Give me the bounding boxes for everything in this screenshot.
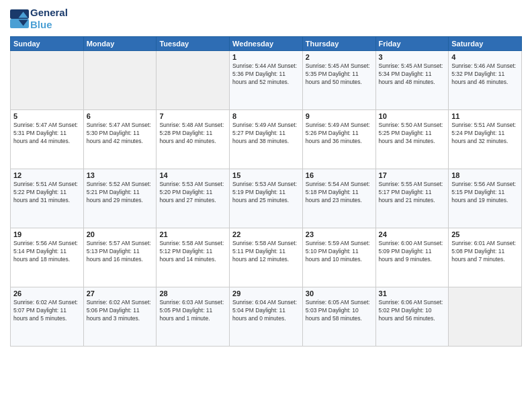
calendar-cell: 23Sunrise: 5:59 AM Sunset: 5:10 PM Dayli…: [302, 228, 375, 287]
weekday-header-tuesday: Tuesday: [157, 37, 230, 51]
calendar-cell: 2Sunrise: 5:45 AM Sunset: 5:35 PM Daylig…: [302, 51, 375, 110]
day-info: Sunrise: 5:50 AM Sunset: 5:25 PM Dayligh…: [379, 122, 446, 146]
logo-icon: [10, 9, 29, 28]
day-info: Sunrise: 5:51 AM Sunset: 5:24 PM Dayligh…: [451, 122, 519, 146]
day-info: Sunrise: 5:44 AM Sunset: 5:36 PM Dayligh…: [232, 62, 300, 87]
day-info: Sunrise: 5:58 AM Sunset: 5:12 PM Dayligh…: [159, 240, 226, 264]
day-info: Sunrise: 5:56 AM Sunset: 5:14 PM Dayligh…: [13, 240, 81, 264]
day-number: 5: [13, 112, 81, 120]
day-number: 23: [306, 230, 373, 238]
calendar-cell: 5Sunrise: 5:47 AM Sunset: 5:31 PM Daylig…: [11, 110, 84, 169]
calendar-cell: 18Sunrise: 5:56 AM Sunset: 5:15 PM Dayli…: [449, 169, 522, 228]
day-number: 11: [451, 112, 519, 120]
calendar-cell: 8Sunrise: 5:49 AM Sunset: 5:27 PM Daylig…: [230, 110, 303, 169]
day-info: Sunrise: 5:54 AM Sunset: 5:18 PM Dayligh…: [306, 181, 373, 205]
calendar-cell: [157, 51, 230, 110]
calendar-cell: 27Sunrise: 6:02 AM Sunset: 5:06 PM Dayli…: [83, 287, 157, 347]
day-number: 24: [379, 230, 446, 238]
calendar-cell: 10Sunrise: 5:50 AM Sunset: 5:25 PM Dayli…: [375, 110, 449, 169]
day-number: 31: [379, 289, 446, 298]
day-info: Sunrise: 6:05 AM Sunset: 5:03 PM Dayligh…: [306, 299, 373, 323]
page: General Blue SundayMondayTuesdayWednesda…: [0, 0, 532, 411]
weekday-header-friday: Friday: [375, 37, 449, 51]
day-info: Sunrise: 5:46 AM Sunset: 5:32 PM Dayligh…: [451, 62, 519, 87]
header: General Blue: [10, 7, 522, 31]
day-info: Sunrise: 5:45 AM Sunset: 5:35 PM Dayligh…: [306, 62, 373, 87]
calendar-cell: 3Sunrise: 5:45 AM Sunset: 5:34 PM Daylig…: [375, 51, 449, 110]
day-number: 15: [232, 171, 300, 179]
day-info: Sunrise: 6:03 AM Sunset: 5:05 PM Dayligh…: [159, 299, 226, 323]
day-number: 19: [13, 230, 81, 238]
calendar-cell: [83, 51, 157, 110]
calendar-cell: 17Sunrise: 5:55 AM Sunset: 5:17 PM Dayli…: [375, 169, 449, 228]
day-info: Sunrise: 6:01 AM Sunset: 5:08 PM Dayligh…: [451, 240, 519, 264]
day-info: Sunrise: 5:55 AM Sunset: 5:17 PM Dayligh…: [379, 181, 446, 205]
day-info: Sunrise: 5:53 AM Sunset: 5:20 PM Dayligh…: [159, 181, 226, 205]
calendar-week-row: 1Sunrise: 5:44 AM Sunset: 5:36 PM Daylig…: [11, 51, 522, 110]
calendar-cell: 16Sunrise: 5:54 AM Sunset: 5:18 PM Dayli…: [302, 169, 375, 228]
day-number: 4: [451, 53, 519, 61]
calendar-cell: 26Sunrise: 6:02 AM Sunset: 5:07 PM Dayli…: [11, 287, 84, 347]
calendar-cell: [449, 287, 522, 347]
day-info: Sunrise: 5:49 AM Sunset: 5:26 PM Dayligh…: [306, 122, 373, 146]
calendar-cell: 1Sunrise: 5:44 AM Sunset: 5:36 PM Daylig…: [230, 51, 303, 110]
day-info: Sunrise: 5:53 AM Sunset: 5:19 PM Dayligh…: [232, 181, 300, 205]
weekday-header-monday: Monday: [83, 37, 157, 51]
day-info: Sunrise: 5:47 AM Sunset: 5:31 PM Dayligh…: [13, 122, 81, 146]
calendar-cell: 20Sunrise: 5:57 AM Sunset: 5:13 PM Dayli…: [83, 228, 157, 287]
day-info: Sunrise: 5:47 AM Sunset: 5:30 PM Dayligh…: [87, 122, 154, 146]
day-number: 9: [306, 112, 373, 120]
calendar-cell: 7Sunrise: 5:48 AM Sunset: 5:28 PM Daylig…: [157, 110, 230, 169]
weekday-header-saturday: Saturday: [449, 37, 522, 51]
day-number: 13: [87, 171, 154, 179]
calendar-cell: 21Sunrise: 5:58 AM Sunset: 5:12 PM Dayli…: [157, 228, 230, 287]
calendar-cell: 13Sunrise: 5:52 AM Sunset: 5:21 PM Dayli…: [83, 169, 157, 228]
day-info: Sunrise: 6:02 AM Sunset: 5:07 PM Dayligh…: [13, 299, 81, 323]
day-info: Sunrise: 5:59 AM Sunset: 5:10 PM Dayligh…: [306, 240, 373, 264]
day-number: 7: [159, 112, 226, 120]
day-number: 25: [451, 230, 519, 238]
calendar-week-row: 12Sunrise: 5:51 AM Sunset: 5:22 PM Dayli…: [11, 169, 522, 228]
calendar-cell: 12Sunrise: 5:51 AM Sunset: 5:22 PM Dayli…: [11, 169, 84, 228]
day-number: 27: [87, 289, 154, 298]
calendar-cell: 9Sunrise: 5:49 AM Sunset: 5:26 PM Daylig…: [302, 110, 375, 169]
day-number: 28: [159, 289, 226, 298]
day-info: Sunrise: 5:45 AM Sunset: 5:34 PM Dayligh…: [379, 62, 446, 87]
day-number: 3: [379, 53, 446, 61]
day-info: Sunrise: 5:56 AM Sunset: 5:15 PM Dayligh…: [451, 181, 519, 205]
day-number: 29: [232, 289, 300, 298]
day-number: 6: [87, 112, 154, 120]
day-number: 18: [451, 171, 519, 179]
day-number: 26: [13, 289, 81, 298]
day-info: Sunrise: 6:06 AM Sunset: 5:02 PM Dayligh…: [379, 299, 446, 323]
weekday-header-wednesday: Wednesday: [230, 37, 303, 51]
calendar-week-row: 26Sunrise: 6:02 AM Sunset: 5:07 PM Dayli…: [11, 287, 522, 347]
calendar-cell: 30Sunrise: 6:05 AM Sunset: 5:03 PM Dayli…: [302, 287, 375, 347]
calendar-week-row: 19Sunrise: 5:56 AM Sunset: 5:14 PM Dayli…: [11, 228, 522, 287]
calendar-table: SundayMondayTuesdayWednesdayThursdayFrid…: [10, 36, 522, 347]
logo-text-line1: General: [30, 7, 68, 19]
day-number: 12: [13, 171, 81, 179]
day-info: Sunrise: 6:04 AM Sunset: 5:04 PM Dayligh…: [232, 299, 300, 323]
day-number: 17: [379, 171, 446, 179]
weekday-header-sunday: Sunday: [11, 37, 84, 51]
calendar-cell: 29Sunrise: 6:04 AM Sunset: 5:04 PM Dayli…: [230, 287, 303, 347]
calendar-cell: 22Sunrise: 5:58 AM Sunset: 5:11 PM Dayli…: [230, 228, 303, 287]
day-number: 10: [379, 112, 446, 120]
day-number: 1: [232, 53, 300, 61]
day-number: 22: [232, 230, 300, 238]
calendar-cell: 4Sunrise: 5:46 AM Sunset: 5:32 PM Daylig…: [449, 51, 522, 110]
day-info: Sunrise: 5:57 AM Sunset: 5:13 PM Dayligh…: [87, 240, 154, 264]
calendar-cell: 28Sunrise: 6:03 AM Sunset: 5:05 PM Dayli…: [157, 287, 230, 347]
day-number: 21: [159, 230, 226, 238]
day-info: Sunrise: 5:52 AM Sunset: 5:21 PM Dayligh…: [87, 181, 154, 205]
day-number: 16: [306, 171, 373, 179]
logo: General Blue: [10, 7, 68, 31]
calendar-cell: 15Sunrise: 5:53 AM Sunset: 5:19 PM Dayli…: [230, 169, 303, 228]
logo-text-line2: Blue: [30, 19, 68, 31]
day-info: Sunrise: 6:00 AM Sunset: 5:09 PM Dayligh…: [379, 240, 446, 264]
calendar-cell: 6Sunrise: 5:47 AM Sunset: 5:30 PM Daylig…: [83, 110, 157, 169]
calendar-cell: 31Sunrise: 6:06 AM Sunset: 5:02 PM Dayli…: [375, 287, 449, 347]
day-number: 30: [306, 289, 373, 298]
day-info: Sunrise: 5:58 AM Sunset: 5:11 PM Dayligh…: [232, 240, 300, 264]
